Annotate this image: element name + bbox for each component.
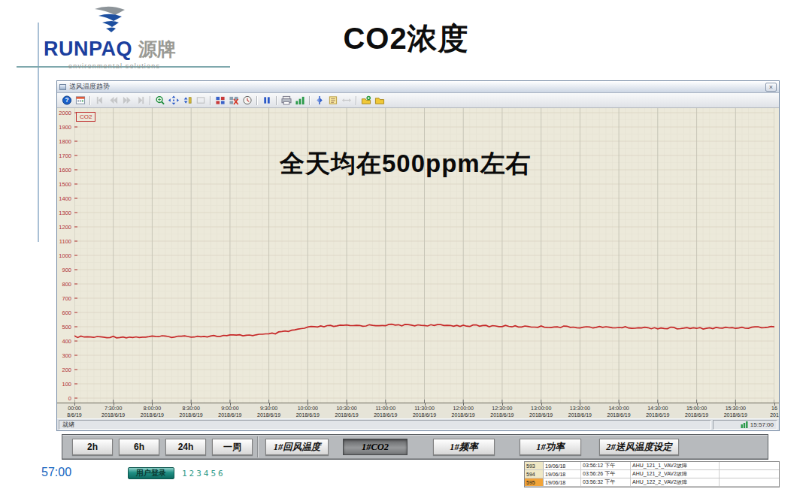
pen-button-4[interactable]: 1#功率 (520, 439, 581, 455)
zoom-in-icon[interactable] (153, 95, 166, 106)
toolbar-separator (150, 96, 150, 105)
date-picker-icon[interactable] (74, 95, 86, 106)
alarm-row[interactable]: 59519/06/1803:56:32 下午AHU_122_2_VAV2故障 (525, 478, 779, 487)
y-tick-label: 700 (62, 295, 71, 302)
alarm-cell-rest (720, 470, 779, 478)
page-title: CO2浓度 (0, 18, 812, 59)
alarm-cell-date: 19/06/18 (544, 470, 581, 478)
print-icon[interactable] (280, 95, 292, 106)
toolbar-separator (356, 96, 356, 105)
status-bar: 就绪 15:57:00 (57, 418, 779, 430)
x-tick-label: 14:30:002018/6/19 (638, 406, 677, 418)
pen-button-2[interactable]: 1#CO2 (343, 439, 408, 455)
pen-button-5[interactable]: 2#送风温度设定 (599, 439, 679, 455)
y-tick-label: 900 (62, 267, 71, 273)
alarm-cell-time: 03:56:12 下午 (581, 462, 631, 469)
x-axis-labels: 00:008/6/197:30:002018/6/198:00:002018/6… (57, 403, 779, 418)
alarm-row[interactable]: 59319/06/1803:56:12 下午AHU_121_1_VAV2故障 (525, 462, 779, 470)
alarm-table[interactable]: 59319/06/1803:56:12 下午AHU_121_1_VAV2故障59… (524, 461, 780, 487)
y-tick-label: 1200 (59, 224, 71, 231)
nav-prev-icon (107, 95, 120, 106)
footer-clock: 57:00 (41, 466, 71, 479)
y-tick-label: 1600 (59, 167, 71, 174)
pan-icon[interactable] (167, 95, 180, 106)
x-tick-label: 16201 (755, 406, 779, 418)
range-button-6h[interactable]: 6h (119, 439, 159, 455)
x-tick-label: 10:30:002018/6/19 (327, 406, 366, 418)
annotation-text: 全天均在500ppm左右 (280, 147, 532, 181)
zoom-vertical-icon[interactable] (180, 95, 193, 106)
x-tick-label: 7:30:002018/6/19 (94, 406, 133, 418)
range-button-2h[interactable]: 2h (72, 439, 113, 455)
export-icon[interactable] (293, 95, 306, 106)
y-tick-label: 0 (68, 395, 71, 402)
alarm-row[interactable]: 59419/06/1803:56:26 下午AHU_121_2_VAV2故障 (525, 470, 779, 478)
help-icon[interactable]: ? (60, 95, 73, 106)
pause-icon[interactable] (260, 95, 273, 106)
toolbar-separator (276, 96, 277, 105)
alarm-cell-date: 19/06/18 (544, 478, 581, 486)
logo-tagline: environmental solutions (68, 62, 232, 70)
alarm-cell-rest (720, 462, 779, 469)
toolbar-separator (256, 96, 257, 105)
x-tick-label: 15:30:002018/6/19 (716, 406, 755, 418)
grid-icon[interactable] (214, 95, 226, 106)
y-tick-label: 1800 (59, 138, 71, 145)
y-tick-label: 1500 (59, 181, 71, 188)
control-panel: 2h6h24h一周1#回风温度1#CO21#频率1#功率2#送风温度设定 (62, 434, 768, 460)
pen-add-icon[interactable] (359, 95, 372, 106)
pen-button-3[interactable]: 1#频率 (433, 439, 495, 455)
alarm-cell-date: 19/06/18 (544, 462, 581, 469)
x-tick-label: 13:30:002018/6/19 (560, 406, 599, 418)
close-button[interactable]: × (765, 83, 777, 92)
alarm-cell-msg: AHU_121_1_VAV2故障 (631, 462, 720, 469)
x-tick-label: 9:30:002018/6/19 (250, 406, 289, 418)
alarm-cell-id: 594 (525, 470, 544, 478)
nav-first-icon (93, 95, 106, 106)
status-clock-cell: 15:57:00 (713, 420, 777, 430)
x-tick-label: 11:30:002018/6/19 (405, 406, 444, 418)
login-button[interactable]: 用户登录 (128, 467, 174, 479)
alarm-cell-rest (720, 478, 779, 486)
alarm-cell-time: 03:56:26 下午 (581, 470, 631, 478)
nav-next-icon (120, 95, 133, 106)
y-tick-label: 1100 (59, 238, 71, 245)
y-tick-label: 2000 (59, 110, 71, 116)
password-text: 123456 (182, 469, 226, 478)
fit-icon (340, 95, 353, 106)
slide: RUNPAQ源牌 environmental solutions CO2浓度 送… (0, 0, 812, 504)
cursor-icon[interactable] (313, 95, 326, 106)
y-tick-label: 1000 (59, 252, 71, 259)
pen-button-1[interactable]: 1#回风温度 (265, 439, 329, 455)
toolbar-separator (89, 96, 90, 105)
y-tick-label: 300 (62, 352, 71, 359)
toolbar-separator (210, 96, 211, 105)
x-tick-label: 13:00:002018/6/19 (522, 406, 561, 418)
alarm-cell-msg: AHU_122_2_VAV2故障 (631, 478, 720, 486)
x-tick-label: 8:30:002018/6/19 (171, 406, 211, 418)
status-chart-icon (741, 421, 748, 428)
status-time: 15:57:00 (750, 421, 774, 428)
y-axis-labels: 0100200300400500600700800900100011001200… (57, 108, 74, 403)
window-titlebar[interactable]: 送风温度趋势 × (57, 81, 779, 93)
x-tick-label: 15:00:002018/6/19 (677, 406, 717, 418)
x-tick-label: 14:00:002018/6/19 (599, 406, 638, 418)
x-tick-label: 12:30:002018/6/19 (483, 406, 522, 418)
window-title: 送风温度趋势 (69, 82, 110, 92)
range-button-一周[interactable]: 一周 (212, 439, 253, 455)
y-tick-label: 1300 (59, 210, 71, 216)
annotations-icon[interactable] (326, 95, 339, 106)
y-tick-label: 600 (62, 309, 71, 316)
time-range-icon[interactable] (241, 95, 253, 106)
x-tick-label: 11:00:002018/6/19 (366, 406, 405, 418)
x-tick-label: 9:00:002018/6/19 (211, 406, 250, 418)
y-tick-label: 1700 (59, 152, 71, 159)
grid-config-icon[interactable] (227, 95, 240, 106)
range-button-24h[interactable]: 24h (165, 439, 206, 455)
pen-label: CO2 (76, 112, 95, 122)
x-tick-label: 10:00:002018/6/19 (288, 406, 327, 418)
y-tick-label: 500 (62, 324, 71, 330)
alarm-cell-id: 593 (525, 462, 544, 469)
pen-save-icon[interactable] (373, 95, 386, 106)
x-tick-label: 8:00:002018/6/19 (132, 406, 171, 418)
